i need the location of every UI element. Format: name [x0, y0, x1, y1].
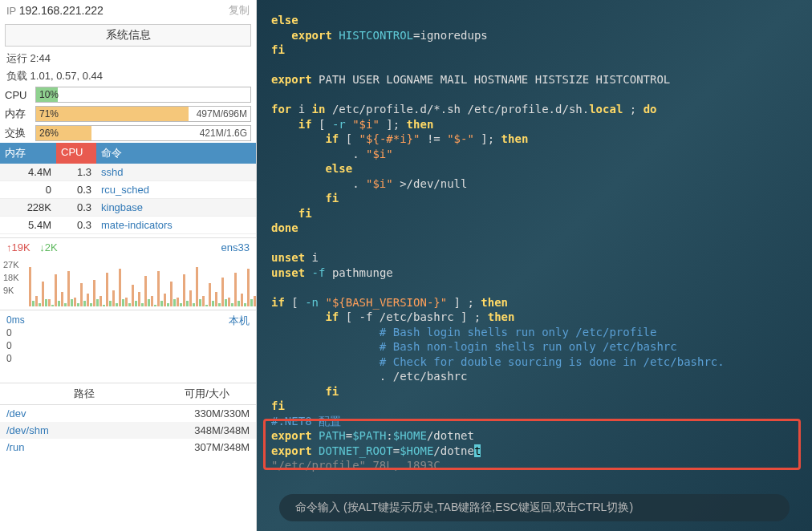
header-path: 路径: [5, 387, 163, 401]
load-text: 负载 1.01, 0.57, 0.44: [0, 67, 256, 85]
system-sidebar: IP 192.168.221.222 复制 系统信息 运行 2:44 负载 1.…: [0, 0, 257, 531]
ping-host[interactable]: 本机: [229, 314, 250, 365]
memory-label: 内存: [5, 107, 30, 121]
chart-y-labels: 27K 18K 9K: [3, 258, 19, 297]
header-command[interactable]: 命令: [96, 143, 256, 164]
swap-row: 交换 26% 421M/1.6G: [0, 124, 256, 143]
disk-table-body: /dev330M/330M/dev/shm348M/348M/run307M/3…: [0, 405, 256, 456]
ping-latency: 0ms: [6, 314, 25, 326]
net-upload: ↑19K: [6, 241, 30, 253]
cpu-row: CPU 10%: [0, 85, 256, 104]
table-row[interactable]: 00.3rcu_sched: [0, 181, 256, 199]
ip-value: 192.168.221.222: [19, 4, 104, 17]
memory-bar: 71% 497M/696M: [35, 106, 251, 122]
cpu-bar: 10%: [35, 87, 251, 103]
table-row[interactable]: 5.4M0.3mate-indicators: [0, 217, 256, 234]
table-row[interactable]: /run307M/348M: [0, 439, 256, 456]
command-input[interactable]: 命令输入 (按ALT键提示历史,TAB键路径,ESC键返回,双击CTRL切换): [279, 494, 790, 521]
net-interface[interactable]: ens33: [221, 241, 250, 253]
code-editor[interactable]: else export HISTCONTROL=ignoredups fi ex…: [257, 3, 812, 483]
process-table-header: 内存 CPU 命令: [0, 143, 256, 164]
uptime-text: 运行 2:44: [0, 50, 256, 67]
table-row[interactable]: /dev/shm348M/348M: [0, 422, 256, 439]
ip-label: IP: [6, 5, 16, 17]
network-row: ↑19K ↓2K ens33: [0, 237, 256, 257]
swap-bar: 26% 421M/1.6G: [35, 125, 251, 141]
header-size: 可用/大小: [163, 387, 251, 401]
header-memory[interactable]: 内存: [0, 143, 56, 164]
disk-table-header: 路径 可用/大小: [0, 383, 256, 405]
header-cpu[interactable]: CPU: [56, 143, 96, 164]
system-info-button[interactable]: 系统信息: [5, 24, 251, 47]
network-chart: 27K 18K 9K: [0, 257, 256, 310]
table-row[interactable]: 4.4M1.3sshd: [0, 164, 256, 181]
terminal-panel[interactable]: else export HISTCONTROL=ignoredups fi ex…: [257, 0, 812, 531]
memory-row: 内存 71% 497M/696M: [0, 104, 256, 124]
net-download: ↓2K: [39, 241, 57, 253]
copy-button[interactable]: 复制: [229, 3, 250, 18]
cpu-label: CPU: [5, 89, 30, 101]
process-table-body: 4.4M1.3sshd00.3rcu_sched228K0.3kingbase5…: [0, 164, 256, 234]
table-row[interactable]: 228K0.3kingbase: [0, 199, 256, 217]
table-row[interactable]: /dev330M/330M: [0, 405, 256, 422]
ip-row: IP 192.168.221.222 复制: [0, 0, 256, 21]
swap-label: 交换: [5, 126, 30, 140]
ping-section: 0ms 0 0 0 本机: [0, 310, 256, 368]
